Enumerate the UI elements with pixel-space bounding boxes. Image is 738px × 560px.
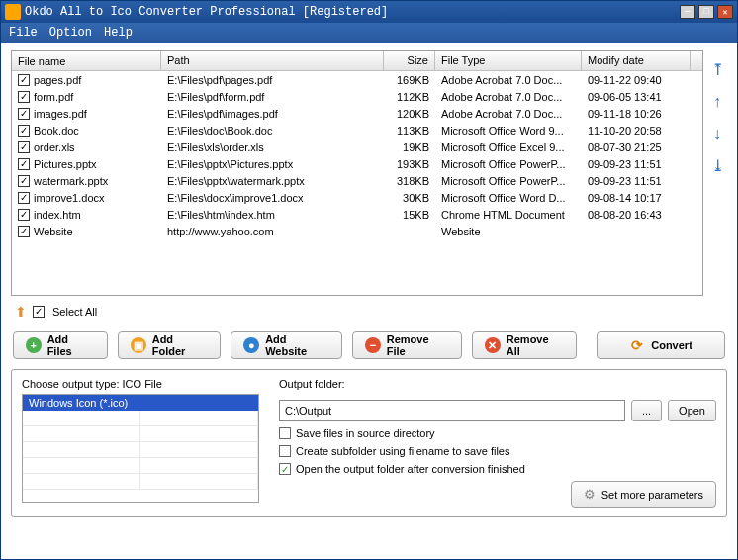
close-button[interactable]: ✕ (717, 5, 733, 19)
row-checkbox[interactable]: ✓ (18, 158, 30, 170)
row-checkbox[interactable]: ✓ (18, 192, 30, 204)
file-name: pages.pdf (34, 74, 81, 86)
file-type: Website (435, 225, 582, 238)
app-icon (5, 4, 21, 20)
globe-icon: ● (243, 337, 259, 353)
up-arrow-icon: ⬆ (15, 304, 27, 320)
table-row[interactable]: ✓pages.pdfE:\Files\pdf\pages.pdf169KBAdo… (12, 71, 702, 88)
titlebar[interactable]: Okdo All to Ico Converter Professional [… (1, 1, 737, 23)
add-website-label: Add Website (265, 333, 329, 357)
folder-icon: ▣ (131, 337, 146, 353)
remove-file-button[interactable]: − Remove File (352, 331, 462, 359)
table-row[interactable]: ✓Book.docE:\Files\doc\Book.doc113KBMicro… (12, 122, 702, 139)
col-header-name[interactable]: File name (12, 51, 161, 70)
col-header-size[interactable]: Size (384, 51, 435, 70)
output-folder-input[interactable] (279, 400, 625, 421)
file-date: 08-08-20 16:43 (582, 208, 691, 222)
file-size: 169KB (384, 73, 435, 87)
table-row[interactable]: ✓Pictures.pptxE:\Files\pptx\Pictures.ppt… (12, 155, 702, 172)
set-more-label: Set more parameters (601, 489, 703, 501)
move-down-icon[interactable]: ↓ (713, 125, 721, 142)
minus-icon: − (365, 337, 381, 353)
table-row[interactable]: ✓images.pdfE:\Files\pdf\images.pdf120KBA… (12, 105, 702, 122)
menu-file[interactable]: File (9, 26, 38, 40)
row-checkbox[interactable]: ✓ (18, 108, 30, 120)
file-path: E:\Files\htm\index.htm (161, 208, 384, 222)
output-folder-panel: Output folder: ... Open Save files in so… (279, 378, 716, 507)
file-path: E:\Files\xls\order.xls (161, 140, 384, 154)
menu-option[interactable]: Option (49, 26, 92, 40)
remove-file-label: Remove File (387, 333, 449, 357)
add-files-button[interactable]: + Add Files (13, 331, 108, 359)
convert-button[interactable]: ⟳ Convert (597, 331, 725, 359)
col-header-path[interactable]: Path (161, 51, 384, 70)
list-area: File name Path Size File Type Modify dat… (11, 50, 727, 296)
add-folder-button[interactable]: ▣ Add Folder (118, 331, 221, 359)
file-name: index.htm (34, 209, 81, 221)
move-up-icon[interactable]: ↑ (713, 93, 721, 111)
file-size: 193KB (384, 157, 435, 171)
main-window: Okdo All to Ico Converter Professional [… (0, 0, 738, 560)
window-controls: ─ □ ✕ (680, 5, 733, 19)
file-name: images.pdf (34, 108, 87, 120)
col-header-type[interactable]: File Type (435, 51, 582, 70)
menu-help[interactable]: Help (104, 26, 133, 40)
move-top-icon[interactable]: ⤒ (711, 60, 724, 79)
add-files-label: Add Files (47, 333, 95, 357)
table-row[interactable]: ✓index.htmE:\Files\htm\index.htm15KBChro… (12, 206, 702, 223)
file-path: E:\Files\pptx\watermark.pptx (161, 174, 384, 188)
reorder-arrows: ⤒ ↑ ↓ ⤓ (707, 50, 727, 296)
col-header-date[interactable]: Modify date (582, 51, 691, 70)
select-all-label: Select All (52, 306, 97, 318)
remove-all-button[interactable]: ✕ Remove All (472, 331, 577, 359)
file-type: Chrome HTML Document (435, 208, 582, 222)
menubar: File Option Help (1, 23, 737, 43)
convert-icon: ⟳ (629, 337, 645, 353)
open-after-checkbox[interactable]: ✓ (279, 463, 291, 475)
plus-icon: + (26, 337, 42, 353)
output-type-label: Choose output type: ICO File (22, 378, 259, 390)
output-type-list[interactable]: Windows Icon (*.ico) (22, 394, 259, 503)
select-all-checkbox[interactable]: ✓ (33, 306, 45, 318)
create-subfolder-checkbox[interactable] (279, 445, 291, 457)
move-bottom-icon[interactable]: ⤓ (711, 156, 724, 175)
row-checkbox[interactable]: ✓ (18, 141, 30, 153)
table-row[interactable]: ✓improve1.docxE:\Files\docx\improve1.doc… (12, 189, 702, 206)
row-checkbox[interactable]: ✓ (18, 226, 30, 237)
file-date: 09-09-23 11:51 (582, 157, 691, 171)
content-area: File name Path Size File Type Modify dat… (1, 43, 737, 559)
table-row[interactable]: ✓Websitehttp://www.yahoo.comWebsite (12, 223, 702, 239)
maximize-button[interactable]: □ (698, 5, 714, 19)
file-type: Microsoft Office PowerP... (435, 174, 582, 188)
row-checkbox[interactable]: ✓ (18, 175, 30, 187)
file-date: 09-08-14 10:17 (582, 191, 691, 205)
file-name: Website (34, 226, 73, 237)
minimize-button[interactable]: ─ (680, 5, 695, 19)
open-button[interactable]: Open (668, 400, 716, 421)
set-more-parameters-button[interactable]: ⚙ Set more parameters (571, 481, 716, 508)
file-list[interactable]: File name Path Size File Type Modify dat… (11, 50, 703, 296)
file-date: 09-11-18 10:26 (582, 107, 691, 121)
save-in-source-checkbox[interactable] (279, 427, 291, 439)
output-folder-label: Output folder: (279, 378, 716, 390)
table-row[interactable]: ✓order.xlsE:\Files\xls\order.xls19KBMicr… (12, 139, 702, 155)
file-name: Pictures.pptx (34, 158, 97, 170)
row-checkbox[interactable]: ✓ (18, 74, 30, 86)
browse-button[interactable]: ... (631, 400, 662, 421)
row-checkbox[interactable]: ✓ (18, 125, 30, 137)
row-checkbox[interactable]: ✓ (18, 91, 30, 103)
file-size: 318KB (384, 174, 435, 188)
file-size: 15KB (384, 208, 435, 222)
file-type: Adobe Acrobat 7.0 Doc... (435, 73, 582, 87)
window-title: Okdo All to Ico Converter Professional [… (25, 5, 680, 19)
table-row[interactable]: ✓watermark.pptxE:\Files\pptx\watermark.p… (12, 172, 702, 189)
convert-label: Convert (651, 339, 692, 351)
file-type: Adobe Acrobat 7.0 Doc... (435, 90, 582, 104)
row-checkbox[interactable]: ✓ (18, 209, 30, 221)
add-website-button[interactable]: ● Add Website (231, 331, 342, 359)
x-icon: ✕ (485, 337, 501, 353)
output-type-option[interactable]: Windows Icon (*.ico) (23, 395, 258, 411)
file-size: 120KB (384, 107, 435, 121)
save-in-source-label: Save files in source directory (296, 427, 435, 439)
table-row[interactable]: ✓form.pdfE:\Files\pdf\form.pdf112KBAdobe… (12, 88, 702, 105)
